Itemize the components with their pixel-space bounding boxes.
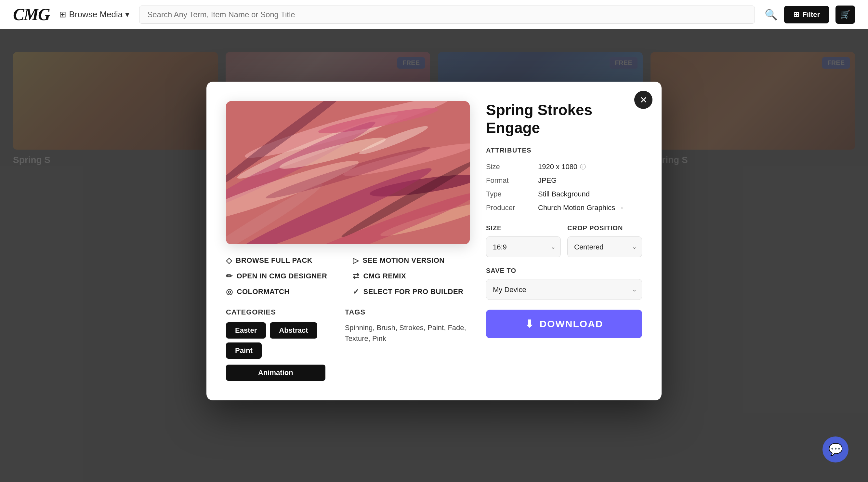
- info-icon: ⓘ: [580, 163, 586, 171]
- browse-pack-icon: ◇: [226, 256, 232, 265]
- category-tags: Easter Abstract Paint: [226, 322, 326, 359]
- save-to-select-wrapper: My Device Dropbox Google Drive ⌄: [486, 279, 642, 300]
- attr-size-row: Size 1920 x 1080 ⓘ: [486, 160, 642, 174]
- browse-full-pack-link[interactable]: ◇ BROWSE FULL PACK: [226, 256, 343, 265]
- select-pro-builder-link[interactable]: ✓ SELECT FOR PRO BUILDER: [353, 287, 470, 296]
- cmg-remix-link[interactable]: ⇄ CMG REMIX: [353, 272, 470, 281]
- item-preview-image: [226, 101, 470, 244]
- modal-close-button[interactable]: ✕: [634, 91, 652, 109]
- attr-type-val: Still Background: [538, 190, 590, 199]
- remix-icon: ⇄: [353, 272, 360, 281]
- designer-label: OPEN IN CMG DESIGNER: [237, 272, 328, 280]
- pro-builder-label: SELECT FOR PRO BUILDER: [364, 288, 464, 296]
- size-select-wrapper: 16:9 4:3 1:1 ⌄: [486, 236, 561, 257]
- colormatch-link[interactable]: ◎ COLORMATCH: [226, 287, 343, 296]
- modal-left-column: ◇ BROWSE FULL PACK ▷ SEE MOTION VERSION …: [226, 101, 470, 381]
- action-links: ◇ BROWSE FULL PACK ▷ SEE MOTION VERSION …: [226, 256, 470, 296]
- colormatch-label: COLORMATCH: [237, 288, 290, 296]
- save-to-select[interactable]: My Device Dropbox Google Drive: [486, 279, 642, 300]
- colormatch-icon: ◎: [226, 287, 233, 296]
- category-tag-paint[interactable]: Paint: [226, 342, 262, 359]
- download-icon: ⬇: [525, 318, 534, 330]
- open-in-designer-link[interactable]: ✏ OPEN IN CMG DESIGNER: [226, 272, 343, 281]
- crop-select[interactable]: Centered Top Left Top Right Bottom Left …: [567, 236, 642, 257]
- item-title: Spring Strokes Engage: [486, 101, 642, 137]
- tags-section: TAGS Spinning, Brush, Strokes, Paint, Fa…: [345, 308, 470, 381]
- see-motion-version-link[interactable]: ▷ SEE MOTION VERSION: [353, 256, 470, 265]
- category-tag-animation[interactable]: Animation: [226, 365, 326, 381]
- tags-text: Spinning, Brush, Strokes, Paint, Fade, T…: [345, 322, 470, 344]
- download-label: DOWNLOAD: [540, 319, 603, 329]
- crop-select-wrapper: Centered Top Left Top Right Bottom Left …: [567, 236, 642, 257]
- attr-producer-row: Producer Church Motion Graphics →: [486, 201, 642, 215]
- attr-producer-val[interactable]: Church Motion Graphics →: [538, 204, 624, 212]
- modal-right-column: Spring Strokes Engage ATTRIBUTES Size 19…: [486, 101, 642, 381]
- modal-backdrop: ✕: [0, 0, 868, 482]
- attr-format-val: JPEG: [538, 176, 557, 185]
- category-tag-easter[interactable]: Easter: [226, 322, 266, 338]
- designer-icon: ✏: [226, 272, 233, 281]
- size-crop-labels: SIZE CROP POSITION: [486, 224, 642, 232]
- motion-version-label: SEE MOTION VERSION: [363, 256, 445, 265]
- crop-label: CROP POSITION: [567, 224, 642, 232]
- item-detail-modal: ✕: [207, 82, 661, 400]
- save-to-section: SAVE TO My Device Dropbox Google Drive ⌄: [486, 267, 642, 300]
- tags-heading: TAGS: [345, 308, 470, 317]
- category-tag-abstract[interactable]: Abstract: [270, 322, 317, 338]
- size-label: SIZE: [486, 224, 561, 232]
- size-select[interactable]: 16:9 4:3 1:1: [486, 236, 561, 257]
- attributes-section: ATTRIBUTES Size 1920 x 1080 ⓘ Format JPE…: [486, 147, 642, 215]
- remix-label: CMG REMIX: [364, 272, 406, 280]
- browse-pack-label: BROWSE FULL PACK: [236, 256, 313, 265]
- pro-builder-icon: ✓: [353, 287, 360, 296]
- attr-producer-key: Producer: [486, 204, 538, 212]
- attr-format-row: Format JPEG: [486, 174, 642, 187]
- attr-format-key: Format: [486, 176, 538, 185]
- image-svg: [226, 101, 470, 244]
- spring-strokes-image: [226, 101, 470, 244]
- modal-body: ◇ BROWSE FULL PACK ▷ SEE MOTION VERSION …: [226, 101, 642, 381]
- attr-type-key: Type: [486, 190, 538, 199]
- attributes-heading: ATTRIBUTES: [486, 147, 642, 154]
- attr-size-key: Size: [486, 162, 538, 171]
- attr-size-val: 1920 x 1080 ⓘ: [538, 162, 586, 171]
- attr-type-row: Type Still Background: [486, 187, 642, 201]
- meta-section: CATEGORIES Easter Abstract Paint Animati…: [226, 308, 470, 381]
- download-button[interactable]: ⬇ DOWNLOAD: [486, 310, 642, 338]
- size-crop-controls: 16:9 4:3 1:1 ⌄ Centered Top Left Top Rig…: [486, 236, 642, 257]
- motion-version-icon: ▷: [353, 256, 359, 265]
- save-to-label: SAVE TO: [486, 267, 642, 274]
- categories-section: CATEGORIES Easter Abstract Paint Animati…: [226, 308, 326, 381]
- size-crop-section: SIZE CROP POSITION 16:9 4:3 1:1 ⌄: [486, 224, 642, 257]
- categories-heading: CATEGORIES: [226, 308, 326, 317]
